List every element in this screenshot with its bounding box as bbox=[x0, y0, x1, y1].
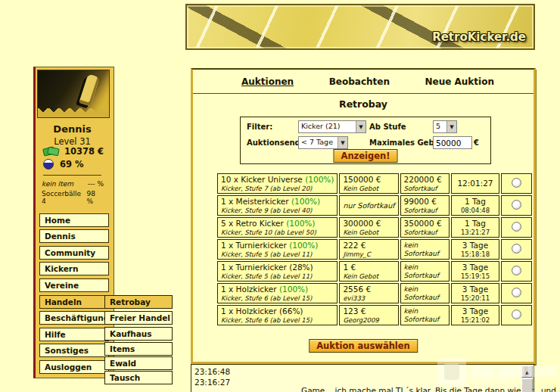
radio-button[interactable] bbox=[512, 222, 521, 232]
chevron-down-icon: ▼ bbox=[446, 121, 456, 132]
site-banner: RetroKicker.de bbox=[185, 4, 535, 50]
chevron-down-icon: ▼ bbox=[356, 121, 366, 132]
time-remaining-sub: 15:20:11 bbox=[455, 294, 496, 302]
chat-scrollbar[interactable]: ▲ bbox=[521, 366, 533, 392]
bid-sub: Georg2009 bbox=[343, 316, 394, 324]
table-row: 1 x Meisterkicker (100%) Kicker, Stufe 9… bbox=[217, 195, 532, 216]
bid-value: 123 € bbox=[343, 306, 394, 316]
bid-sub: Kein Gebot bbox=[343, 229, 394, 236]
tab-neue-auktion[interactable]: Neue Auktion bbox=[425, 76, 495, 87]
equipment-item: Soccerbälle 4 98 % bbox=[42, 190, 104, 205]
item-description: Kicker, Stufe 5 (ab Level 11) bbox=[221, 250, 334, 258]
time-remaining: 1 Tag bbox=[455, 197, 496, 207]
radio-button[interactable] bbox=[512, 288, 521, 297]
stufe-select-value: 5 bbox=[434, 121, 446, 132]
filter-panel: Filter: Kicker (21) ▼ Ab Stufe 5 ▼ Aukti… bbox=[240, 117, 491, 164]
site-logo-text: RetroKicker.de bbox=[432, 30, 526, 44]
equipment-value: 98 % bbox=[87, 190, 104, 205]
item-name: 1 x Turnierkicker (100%) bbox=[221, 241, 334, 250]
sidebar-item-vereine[interactable]: Vereine bbox=[39, 278, 109, 292]
filter-label: Filter: bbox=[247, 123, 272, 131]
buy-value: 99000 € bbox=[404, 197, 446, 207]
money-stat: 10378 € bbox=[43, 145, 104, 157]
energy-value: 69 % bbox=[60, 159, 84, 170]
submenu-item-ewald[interactable]: Ewald bbox=[104, 356, 173, 370]
time-remaining-sub: 15:21:02 bbox=[455, 316, 496, 324]
bid-value: 222 € bbox=[343, 241, 394, 250]
time-remaining-sub: 13:21:27 bbox=[455, 229, 496, 236]
sidebar-item-hilfe[interactable]: Hilfe bbox=[39, 328, 109, 341]
item-condition: (28%) bbox=[289, 263, 313, 272]
sidebar-item-community[interactable]: Community bbox=[39, 246, 109, 260]
item-description: Kicker, Stufe 5 (ab Level 11) bbox=[221, 272, 334, 280]
buy-value: kein bbox=[404, 285, 446, 294]
time-remaining-sub: 08:04:48 bbox=[455, 207, 496, 214]
submenu-item-kaufhaus[interactable]: Kaufhaus bbox=[104, 327, 173, 341]
sidebar-item-home[interactable]: Home bbox=[39, 213, 109, 227]
tab-auktionen[interactable]: Auktionen bbox=[241, 76, 294, 87]
table-row: 1 x Holzkicker (66%) Kicker, Stufe 6 (ab… bbox=[217, 305, 532, 325]
buy-sub: Sofortkauf bbox=[404, 207, 446, 214]
buy-sub: Sofortkauf bbox=[404, 294, 446, 302]
stufe-select[interactable]: 5 ▼ bbox=[433, 120, 457, 133]
chat-timestamp: 23:16:27 bbox=[194, 378, 230, 387]
buy-value: 220000 € bbox=[404, 175, 446, 185]
tab-beobachten[interactable]: Beobachten bbox=[329, 76, 390, 87]
item-description: Kicker, Stufe 9 (ab Level 40) bbox=[221, 207, 334, 214]
energy-stat: 69 % bbox=[43, 158, 104, 170]
item-name: 1 x Meisterkicker (100%) bbox=[221, 197, 334, 207]
page: RetroKicker.de Dennis Level 31 10378 € 6… bbox=[0, 0, 560, 392]
foosball-figure-icon bbox=[79, 74, 100, 107]
time-remaining-sub: 15:18:18 bbox=[455, 250, 496, 258]
sidebar-item-handeln[interactable]: Handeln bbox=[39, 295, 109, 309]
item-condition: (66%) bbox=[279, 306, 303, 316]
time-remaining-sub: 15:19:15 bbox=[455, 272, 496, 280]
submenu-item-items[interactable]: Items bbox=[104, 342, 173, 356]
radio-button[interactable] bbox=[512, 200, 521, 210]
time-remaining: 12:01:27 bbox=[455, 179, 496, 188]
buy-value: kein bbox=[404, 307, 446, 316]
bid-sub: Kein Gebot bbox=[343, 185, 394, 192]
gebot-input[interactable] bbox=[433, 136, 472, 149]
submenu-item-tausch[interactable]: Tausch bbox=[104, 371, 173, 384]
radio-button[interactable] bbox=[512, 310, 521, 319]
ball-icon bbox=[43, 159, 54, 170]
time-remaining: 3 Tage bbox=[455, 285, 496, 294]
sidebar-item-sonstiges[interactable]: Sonstiges bbox=[39, 344, 109, 357]
radio-button[interactable] bbox=[512, 266, 521, 275]
submenu-item-freier-handel[interactable]: Freier Handel bbox=[104, 311, 173, 325]
sidebar-item-ausloggen[interactable]: Ausloggen bbox=[39, 360, 109, 374]
equipment-item: kein Item --- % bbox=[42, 180, 104, 188]
radio-button[interactable] bbox=[512, 244, 521, 254]
sidebar-item-dennis[interactable]: Dennis bbox=[39, 229, 109, 243]
sidebar-item-beschaeftigung[interactable]: Beschäftigung bbox=[39, 311, 109, 325]
scrollbar-thumb[interactable] bbox=[521, 378, 533, 392]
money-value: 10378 € bbox=[64, 146, 104, 157]
filter-select[interactable]: Kicker (21) ▼ bbox=[298, 120, 366, 133]
radio-button[interactable] bbox=[512, 178, 521, 188]
anzeigen-button[interactable]: Anzeigen! bbox=[334, 149, 398, 163]
submenu-item-retrobay[interactable]: Retrobay bbox=[104, 295, 173, 309]
table-row: 10 x Kicker Universe (100%) Kicker, Stuf… bbox=[217, 173, 532, 194]
item-description: Kicker, Stufe 10 (ab Level 50) bbox=[221, 229, 334, 236]
item-condition: (100%) bbox=[305, 175, 334, 184]
table-row: 5 x Retro Kicker (100%) Kicker, Stufe 10… bbox=[217, 217, 532, 238]
bid-value: 1 € bbox=[343, 263, 394, 272]
item-name: 1 x Holzkicker (100%) bbox=[221, 285, 334, 294]
page-title: Retrobay bbox=[193, 98, 534, 110]
item-name: 10 x Kicker Universe (100%) bbox=[221, 175, 334, 185]
item-condition: (100%) bbox=[289, 241, 318, 250]
stufe-label: Ab Stufe bbox=[369, 123, 406, 131]
buy-sub: Sofortkauf bbox=[404, 272, 446, 280]
chevron-down-icon: ▼ bbox=[338, 137, 347, 148]
player-name: Dennis bbox=[33, 123, 111, 135]
scroll-up-icon[interactable]: ▲ bbox=[521, 366, 533, 378]
item-description: Kicker, Stufe 6 (ab Level 15) bbox=[221, 316, 334, 324]
bid-value: 2556 € bbox=[343, 285, 394, 294]
time-remaining: 1 Tag bbox=[455, 219, 496, 229]
time-remaining: 3 Tage bbox=[455, 306, 496, 316]
table-row: 1 x Holzkicker (100%) Kicker, Stufe 6 (a… bbox=[217, 283, 532, 303]
sidebar-item-kickern[interactable]: Kickern bbox=[39, 262, 109, 275]
ende-select[interactable]: < 7 Tage ▼ bbox=[298, 136, 348, 149]
auktion-auswaehlen-button[interactable]: Auktion auswählen bbox=[309, 339, 418, 353]
